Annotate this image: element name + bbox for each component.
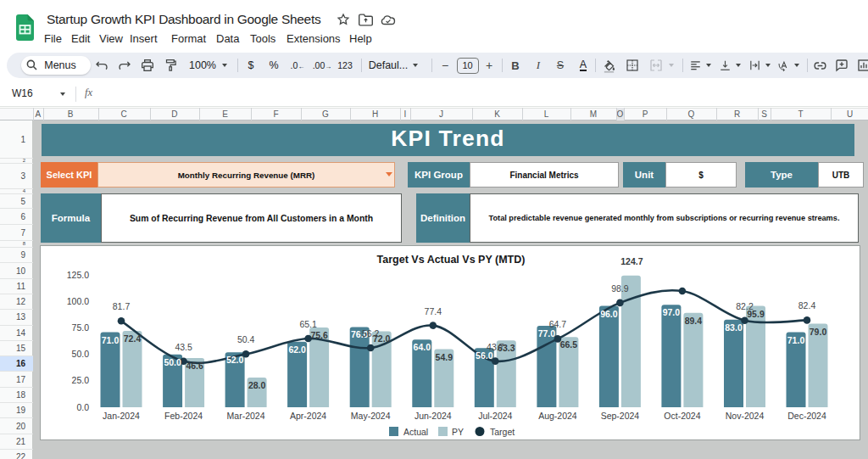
svg-text:0.0: 0.0 xyxy=(76,402,89,412)
svg-text:May-2024: May-2024 xyxy=(351,411,391,421)
svg-text:Jun-2024: Jun-2024 xyxy=(415,411,452,421)
svg-text:98.9: 98.9 xyxy=(611,283,629,294)
svg-text:Target: Target xyxy=(490,427,515,437)
svg-text:Mar-2024: Mar-2024 xyxy=(227,411,265,421)
svg-text:52.0: 52.0 xyxy=(226,355,244,365)
svg-text:82.4: 82.4 xyxy=(798,300,816,311)
svg-text:64.7: 64.7 xyxy=(549,319,567,329)
svg-text:96.0: 96.0 xyxy=(600,309,618,319)
svg-text:97.0: 97.0 xyxy=(663,307,681,317)
svg-text:79.0: 79.0 xyxy=(810,327,827,337)
svg-text:65.1: 65.1 xyxy=(299,319,317,329)
svg-text:62.0: 62.0 xyxy=(288,344,306,355)
svg-text:Oct-2024: Oct-2024 xyxy=(664,411,700,421)
svg-text:25.0: 25.0 xyxy=(72,375,90,385)
svg-text:56.0: 56.0 xyxy=(476,350,493,361)
svg-text:50.0: 50.0 xyxy=(72,349,90,359)
svg-text:Aug-2024: Aug-2024 xyxy=(538,411,577,421)
svg-text:125.0: 125.0 xyxy=(67,270,89,280)
svg-text:56.2: 56.2 xyxy=(362,328,380,339)
svg-text:77.4: 77.4 xyxy=(425,306,442,316)
svg-text:77.0: 77.0 xyxy=(538,328,556,339)
svg-text:Nov-2024: Nov-2024 xyxy=(726,411,765,421)
svg-text:75.6: 75.6 xyxy=(310,330,328,340)
svg-text:46.6: 46.6 xyxy=(186,361,203,371)
svg-text:81.7: 81.7 xyxy=(113,301,131,311)
svg-text:54.9: 54.9 xyxy=(436,352,453,362)
svg-text:71.0: 71.0 xyxy=(102,335,120,345)
svg-text:Feb-2024: Feb-2024 xyxy=(164,411,203,421)
svg-text:50.0: 50.0 xyxy=(164,357,181,367)
svg-text:43.5: 43.5 xyxy=(175,342,192,352)
svg-text:Sep-2024: Sep-2024 xyxy=(601,411,640,421)
svg-text:Apr-2024: Apr-2024 xyxy=(290,411,326,421)
svg-text:64.0: 64.0 xyxy=(414,342,431,352)
svg-text:Actual: Actual xyxy=(403,427,428,437)
svg-text:75.0: 75.0 xyxy=(72,322,90,333)
svg-text:28.0: 28.0 xyxy=(248,380,266,390)
svg-text:66.5: 66.5 xyxy=(560,339,578,350)
svg-text:83.0: 83.0 xyxy=(725,322,743,333)
svg-text:Jan-2024: Jan-2024 xyxy=(103,411,140,421)
svg-text:100.0: 100.0 xyxy=(67,296,89,306)
svg-text:43.7: 43.7 xyxy=(487,342,504,352)
svg-text:Jul-2024: Jul-2024 xyxy=(478,411,512,421)
svg-text:72.4: 72.4 xyxy=(124,333,142,344)
svg-text:50.4: 50.4 xyxy=(237,334,255,344)
svg-text:PY: PY xyxy=(452,427,464,437)
svg-text:Dec-2024: Dec-2024 xyxy=(787,411,826,421)
svg-text:89.4: 89.4 xyxy=(685,316,703,326)
svg-text:71.0: 71.0 xyxy=(787,335,805,345)
svg-text:124.7: 124.7 xyxy=(620,256,643,266)
svg-text:82.2: 82.2 xyxy=(736,301,754,311)
svg-text:Target Vs Actual Vs PY (MTD): Target Vs Actual Vs PY (MTD) xyxy=(377,254,526,266)
